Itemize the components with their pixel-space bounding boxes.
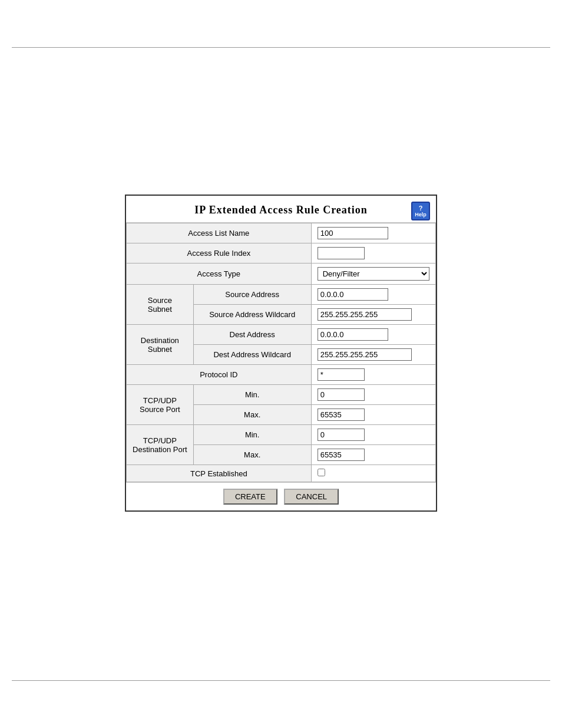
input-dest-port-min[interactable] <box>318 429 365 441</box>
label-dest-wildcard: Dest Address Wildcard <box>193 345 311 365</box>
label-access-list-name: Access List Name <box>127 223 312 243</box>
input-dest-port-max[interactable] <box>318 449 365 461</box>
label-protocol-id: Protocol ID <box>127 365 312 385</box>
value-source-wildcard <box>311 305 435 325</box>
label-access-type: Access Type <box>127 263 312 285</box>
help-button[interactable]: ? Help <box>411 202 430 220</box>
row-access-rule-index: Access Rule Index <box>127 243 436 263</box>
label-access-rule-index: Access Rule Index <box>127 243 312 263</box>
value-protocol-id <box>311 365 435 385</box>
row-tcp-established: TCP Established <box>127 465 436 482</box>
checkbox-tcp-established[interactable] <box>318 469 325 476</box>
top-divider <box>12 47 550 48</box>
value-tcp-established <box>311 465 435 482</box>
help-label: Help <box>415 212 427 218</box>
row-source-address: SourceSubnet Source Address <box>127 285 436 305</box>
value-access-list-name <box>311 223 435 243</box>
input-protocol-id[interactable] <box>318 368 365 381</box>
label-source-subnet: SourceSubnet <box>127 285 194 325</box>
dialog: IP Extended Access Rule Creation ? Help … <box>125 195 437 512</box>
input-dest-wildcard[interactable] <box>318 348 412 361</box>
value-source-port-min <box>311 385 435 405</box>
value-access-type: Deny/Filter Permit Deny <box>311 263 435 285</box>
label-source-wildcard: Source Address Wildcard <box>193 305 311 325</box>
row-source-port-min: TCP/UDPSource Port Min. <box>127 385 436 405</box>
value-source-port-max <box>311 405 435 425</box>
value-dest-port-max <box>311 445 435 465</box>
row-dest-port-min: TCP/UDPDestination Port Min. <box>127 425 436 445</box>
value-source-address <box>311 285 435 305</box>
row-dest-address: DestinationSubnet Dest Address <box>127 325 436 345</box>
row-access-type: Access Type Deny/Filter Permit Deny <box>127 263 436 285</box>
label-dest-address: Dest Address <box>193 325 311 345</box>
input-source-port-max[interactable] <box>318 409 365 421</box>
create-button[interactable]: CREATE <box>223 489 277 505</box>
label-source-port-min: Min. <box>193 385 311 405</box>
select-access-type[interactable]: Deny/Filter Permit Deny <box>318 267 429 281</box>
dialog-body: Access List Name Access Rule Index Acces… <box>126 223 436 482</box>
input-access-list-name[interactable] <box>318 227 388 239</box>
input-source-port-min[interactable] <box>318 388 365 401</box>
dialog-title-bar: IP Extended Access Rule Creation ? Help <box>126 196 436 223</box>
label-dest-port-max: Max. <box>193 445 311 465</box>
bottom-divider <box>12 680 550 681</box>
label-tcp-udp-source-port: TCP/UDPSource Port <box>127 385 194 425</box>
help-icon: ? <box>419 205 423 212</box>
label-source-address: Source Address <box>193 285 311 305</box>
label-tcp-established: TCP Established <box>127 465 312 482</box>
label-dest-port-min: Min. <box>193 425 311 445</box>
input-access-rule-index[interactable] <box>318 247 365 259</box>
buttons-row: CREATE CANCEL <box>126 482 436 510</box>
label-source-port-max: Max. <box>193 405 311 425</box>
dialog-wrapper: IP Extended Access Rule Creation ? Help … <box>125 195 437 512</box>
input-source-wildcard[interactable] <box>318 308 412 321</box>
row-protocol-id: Protocol ID <box>127 365 436 385</box>
form-table: Access List Name Access Rule Index Acces… <box>126 223 436 482</box>
row-access-list-name: Access List Name <box>127 223 436 243</box>
cancel-button[interactable]: CANCEL <box>284 489 339 505</box>
label-destination-subnet: DestinationSubnet <box>127 325 194 365</box>
label-tcp-udp-dest-port: TCP/UDPDestination Port <box>127 425 194 465</box>
value-dest-wildcard <box>311 345 435 365</box>
value-dest-address <box>311 325 435 345</box>
value-access-rule-index <box>311 243 435 263</box>
input-source-address[interactable] <box>318 288 388 301</box>
dialog-title: IP Extended Access Rule Creation <box>194 204 368 216</box>
value-dest-port-min <box>311 425 435 445</box>
input-dest-address[interactable] <box>318 328 388 341</box>
